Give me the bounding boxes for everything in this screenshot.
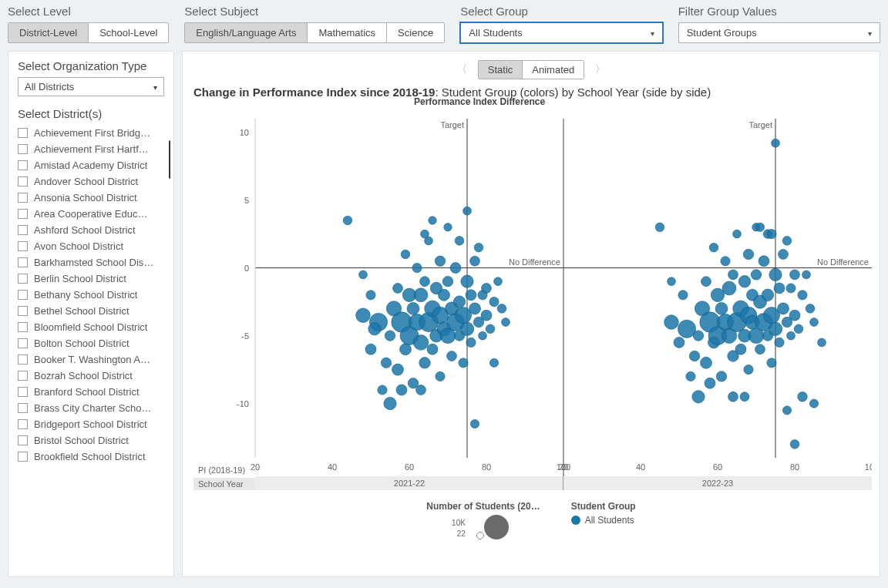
district-item[interactable]: Branford School District xyxy=(18,384,160,400)
checkbox-icon[interactable] xyxy=(18,306,28,316)
district-item[interactable]: Barkhamsted School Dis… xyxy=(18,254,160,270)
svg-point-42 xyxy=(396,385,407,395)
svg-point-105 xyxy=(664,315,679,330)
svg-point-158 xyxy=(779,250,789,260)
checkbox-icon[interactable] xyxy=(18,128,28,138)
filter-dropdown[interactable]: Student Groups ▾ xyxy=(678,22,880,43)
svg-point-96 xyxy=(497,304,506,314)
subject-button-science[interactable]: Science xyxy=(387,23,444,42)
district-item[interactable]: Avon School District xyxy=(18,238,160,254)
legend-row: Number of Students (20… 10K 22 Student G… xyxy=(193,501,869,543)
chevron-left-icon[interactable]: 〈 xyxy=(452,59,472,79)
checkbox-icon[interactable] xyxy=(18,322,28,332)
svg-point-48 xyxy=(407,302,419,314)
district-item[interactable]: Achievement First Hartf… xyxy=(18,141,160,157)
district-item[interactable]: Booker T. Washington A… xyxy=(18,351,160,368)
district-label: Bristol School District xyxy=(34,435,129,446)
district-item[interactable]: Bethany School District xyxy=(18,287,160,303)
svg-point-136 xyxy=(743,249,753,259)
legend-color-dot xyxy=(571,516,580,525)
scrollbar-thumb[interactable] xyxy=(169,140,170,179)
checkbox-icon[interactable] xyxy=(18,452,28,462)
svg-point-75 xyxy=(455,237,464,246)
checkbox-icon[interactable] xyxy=(18,290,28,300)
checkbox-icon[interactable] xyxy=(18,371,28,381)
org-type-dropdown[interactable]: All Districts ▾ xyxy=(18,77,164,96)
color-legend-item[interactable]: All Students xyxy=(571,515,636,526)
svg-point-112 xyxy=(693,331,703,341)
checkbox-icon[interactable] xyxy=(18,193,28,203)
district-item[interactable]: Andover School District xyxy=(18,173,160,190)
checkbox-icon[interactable] xyxy=(18,241,28,251)
svg-point-90 xyxy=(482,284,492,294)
svg-text:10: 10 xyxy=(240,128,249,137)
district-item[interactable]: Ashford School District xyxy=(18,222,160,238)
district-label: Andover School District xyxy=(34,176,138,187)
district-item[interactable]: Bristol School District xyxy=(18,432,160,449)
anim-button-animated[interactable]: Animated xyxy=(523,61,584,79)
checkbox-icon[interactable] xyxy=(18,387,28,397)
district-item[interactable]: Ansonia School District xyxy=(18,190,160,206)
size-legend-viz xyxy=(469,515,515,543)
svg-point-70 xyxy=(447,351,457,361)
svg-point-68 xyxy=(444,223,452,231)
year-row-label: School Year xyxy=(193,478,255,490)
district-item[interactable]: Brass City Charter Scho… xyxy=(18,400,160,416)
district-label: Barkhamsted School Dis… xyxy=(34,257,153,268)
chart-title-bold: Change in Performance Index since 2018-1… xyxy=(193,86,435,99)
level-button-school-level[interactable]: School-Level xyxy=(89,23,168,42)
district-item[interactable]: Bridgeport School District xyxy=(18,416,160,432)
district-list[interactable]: Achievement First Bridg…Achievement Firs… xyxy=(18,125,170,569)
district-label: Area Cooperative Educ… xyxy=(34,208,147,220)
group-dropdown[interactable]: All Students ▾ xyxy=(460,22,662,43)
svg-point-156 xyxy=(775,338,784,347)
district-item[interactable]: Bolton School District xyxy=(18,335,160,351)
district-item[interactable]: Achievement First Bridg… xyxy=(18,125,160,141)
svg-point-170 xyxy=(802,270,811,279)
district-item[interactable]: Bozrah School District xyxy=(18,368,160,384)
checkbox-icon[interactable] xyxy=(18,209,28,219)
district-item[interactable]: Bloomfield School District xyxy=(18,319,160,335)
svg-point-174 xyxy=(818,338,826,347)
svg-point-92 xyxy=(486,324,495,334)
district-item[interactable]: Amistad Academy District xyxy=(18,157,160,173)
checkbox-icon[interactable] xyxy=(18,338,28,348)
svg-point-173 xyxy=(809,399,818,408)
district-item[interactable]: Area Cooperative Educ… xyxy=(18,206,160,222)
chevron-right-icon[interactable]: 〉 xyxy=(590,59,610,79)
checkbox-icon[interactable] xyxy=(18,144,28,154)
svg-text:60: 60 xyxy=(713,462,722,472)
subject-label: Select Subject xyxy=(184,5,445,18)
svg-point-85 xyxy=(470,419,479,428)
subject-button-english-language-arts[interactable]: English/Language Arts xyxy=(185,23,308,42)
checkbox-icon[interactable] xyxy=(18,403,28,413)
plot-region: -10-5051020406080100TargetNo Difference2… xyxy=(193,119,869,496)
checkbox-icon[interactable] xyxy=(18,435,28,445)
checkbox-icon[interactable] xyxy=(18,419,28,429)
checkbox-icon[interactable] xyxy=(18,274,28,284)
district-item[interactable]: Bethel School District xyxy=(18,303,160,319)
svg-point-77 xyxy=(459,358,468,368)
anim-button-static[interactable]: Static xyxy=(479,61,523,79)
svg-text:2022-23: 2022-23 xyxy=(702,479,733,488)
svg-point-130 xyxy=(733,230,742,238)
svg-point-101 xyxy=(392,364,404,375)
svg-point-81 xyxy=(466,290,476,301)
checkbox-icon[interactable] xyxy=(18,225,28,235)
sidebar: Select Organization Type All Districts ▾… xyxy=(8,51,174,577)
district-item[interactable]: Berlin School District xyxy=(18,270,160,287)
level-button-district-level[interactable]: District-Level xyxy=(8,23,89,42)
subject-button-mathematics[interactable]: Mathematics xyxy=(308,23,387,42)
checkbox-icon[interactable] xyxy=(18,257,28,267)
district-item[interactable]: Brookfield School District xyxy=(18,449,160,465)
scatter-plot[interactable]: -10-5051020406080100TargetNo Difference2… xyxy=(193,119,872,496)
caret-down-icon: ▾ xyxy=(153,82,157,91)
district-label: Berlin School District xyxy=(34,273,126,284)
district-label: Brass City Charter Scho… xyxy=(34,402,151,414)
svg-point-54 xyxy=(420,277,430,287)
checkbox-icon[interactable] xyxy=(18,160,28,170)
svg-point-84 xyxy=(470,256,480,266)
checkbox-icon[interactable] xyxy=(18,176,28,186)
checkbox-icon[interactable] xyxy=(18,354,28,365)
svg-point-133 xyxy=(738,275,750,287)
